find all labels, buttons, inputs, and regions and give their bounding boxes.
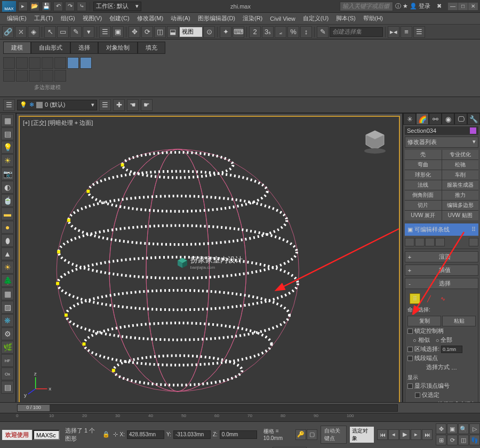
- ribbon-tab-populate[interactable]: 填充: [138, 42, 165, 54]
- lt-list-icon[interactable]: ▤: [1, 381, 14, 394]
- play-icon[interactable]: ▶: [399, 429, 410, 440]
- zoom-all-icon[interactable]: ⊞: [436, 435, 446, 445]
- menu-custom[interactable]: 自定义(U): [299, 13, 332, 24]
- paint-select-icon[interactable]: ✎: [70, 26, 82, 38]
- mod-push[interactable]: 推力: [442, 190, 479, 200]
- tab-utility[interactable]: 🔧: [467, 113, 480, 125]
- undo-icon[interactable]: ↶: [53, 2, 63, 11]
- edit-ns-icon[interactable]: ✎: [317, 26, 329, 38]
- search-input[interactable]: 输入关键字或后缀: [340, 2, 393, 11]
- menu-edit[interactable]: 编辑(E): [3, 13, 30, 24]
- tab-motion[interactable]: ◉: [442, 113, 454, 125]
- layer-new-icon[interactable]: ☰: [99, 99, 111, 111]
- menu-tools[interactable]: 工具(T): [30, 13, 57, 24]
- lock-sel-icon[interactable]: 🔒: [102, 431, 110, 438]
- anglesnap-icon[interactable]: ⦟: [275, 26, 286, 38]
- rollout-render[interactable]: +渲染: [405, 251, 478, 262]
- login-link[interactable]: 登录: [419, 2, 430, 10]
- rotate-icon[interactable]: ⟳: [141, 26, 153, 38]
- zoom-icon[interactable]: 🔍: [458, 423, 469, 434]
- layer-hl-icon[interactable]: ☛: [141, 99, 153, 111]
- show-vertnum-check[interactable]: [407, 383, 413, 389]
- lock-handles-check[interactable]: [407, 329, 413, 334]
- percentsnap-icon[interactable]: %: [287, 26, 299, 38]
- lt-ox-icon[interactable]: Ox: [1, 367, 14, 380]
- auto-key-button[interactable]: 自动关键点: [321, 426, 347, 444]
- menu-civil[interactable]: Civil View: [266, 14, 299, 23]
- placement-icon[interactable]: ⬓: [167, 26, 179, 38]
- orbit-icon[interactable]: ⟳: [447, 435, 458, 445]
- open-icon[interactable]: 📂: [30, 2, 39, 11]
- center-icon[interactable]: ⊙: [203, 26, 215, 38]
- ribbon-tab-select[interactable]: 选择: [70, 42, 98, 54]
- user-icon[interactable]: 👤: [410, 3, 417, 10]
- rp-btn[interactable]: [54, 57, 66, 69]
- coord-x-input[interactable]: [127, 430, 164, 439]
- modifier-list-dropdown[interactable]: 修改器列表▾: [405, 137, 478, 148]
- rect-select-icon[interactable]: ▭: [57, 26, 69, 38]
- filter-icon[interactable]: ▾: [83, 26, 94, 38]
- lt-select-icon[interactable]: ▦: [1, 114, 14, 127]
- tab-modify[interactable]: 🌈: [416, 113, 429, 125]
- rp-btn[interactable]: [54, 70, 66, 82]
- object-name-field[interactable]: Section034: [407, 127, 436, 134]
- pan-icon[interactable]: ✥: [436, 423, 446, 434]
- box-icon[interactable]: ▢: [307, 429, 317, 440]
- rp-btn[interactable]: [16, 57, 28, 69]
- menu-render[interactable]: 渲染(R): [239, 13, 266, 24]
- prev-frame-icon[interactable]: ◂: [388, 429, 399, 440]
- spinnersnap-icon[interactable]: ↕: [300, 26, 312, 38]
- fov-icon[interactable]: ▷: [469, 423, 480, 434]
- move-icon[interactable]: ✥: [129, 26, 140, 38]
- mod-lathe[interactable]: 车削: [442, 170, 479, 180]
- ref-system-dropdown[interactable]: 视图: [180, 27, 202, 37]
- unlink-icon[interactable]: ⤫: [15, 26, 27, 38]
- bind-icon[interactable]: ◈: [28, 26, 39, 38]
- rp-btn[interactable]: [29, 57, 41, 69]
- lt-grid1-icon[interactable]: ▦: [1, 287, 14, 300]
- menu-help[interactable]: 帮助(H): [359, 13, 387, 24]
- lt-display-icon[interactable]: ▤: [1, 127, 14, 140]
- maximize-icon[interactable]: □: [458, 3, 468, 10]
- menu-graph[interactable]: 图形编辑器(D): [194, 13, 239, 24]
- unique-icon[interactable]: [425, 238, 435, 246]
- time-slider-handle[interactable]: 0 / 100: [18, 405, 50, 411]
- mod-bend[interactable]: 弯曲: [405, 160, 442, 170]
- mod-shell[interactable]: 壳: [405, 150, 442, 159]
- goto-start-icon[interactable]: ⏮: [377, 429, 388, 440]
- info-icon[interactable]: ⓘ: [395, 2, 401, 10]
- lt-gear-icon[interactable]: ⚙: [1, 327, 14, 340]
- minimize-icon[interactable]: —: [448, 3, 458, 10]
- ribbon-tab-model[interactable]: 建模: [3, 42, 31, 54]
- show-end-icon[interactable]: [415, 238, 425, 246]
- paste-button[interactable]: 粘贴: [442, 316, 476, 326]
- lt-sun-icon[interactable]: ☀: [1, 261, 14, 274]
- rollout-selection[interactable]: -选择: [405, 278, 478, 289]
- key-mode-dropdown[interactable]: 选定对象: [350, 427, 374, 443]
- viewport[interactable]: [+] [正交] [明暗处理 + 边面] x z y: [16, 113, 403, 412]
- menu-modifier[interactable]: 修改器(M): [133, 13, 167, 24]
- lt-light2-icon[interactable]: ☀: [1, 154, 14, 167]
- mod-prooptim[interactable]: 专业优化: [442, 150, 479, 159]
- rollout-interp[interactable]: +插值: [405, 265, 478, 276]
- max-vp-icon[interactable]: ◫: [458, 435, 469, 445]
- x-icon[interactable]: ✖: [437, 3, 442, 10]
- ribbon-tab-freeform[interactable]: 自由形式: [31, 42, 70, 54]
- manip-icon[interactable]: ✦: [220, 26, 231, 38]
- coord-z-input[interactable]: [220, 430, 257, 439]
- layer-dropdown[interactable]: 💡 ❄ 0 (默认) ▾: [17, 100, 97, 110]
- lt-hf-icon[interactable]: HF: [1, 354, 14, 367]
- link-icon[interactable]: ⤷: [77, 2, 86, 11]
- area-sel-spinner[interactable]: [441, 346, 462, 353]
- menu-create[interactable]: 创建(C): [106, 13, 133, 24]
- modifier-stack[interactable]: ▣可编辑样条线⠿: [405, 223, 478, 236]
- menu-script[interactable]: 脚本(S): [332, 13, 359, 24]
- next-frame-icon[interactable]: ▸: [411, 429, 421, 440]
- lt-blob-icon[interactable]: ❋: [1, 314, 14, 327]
- spline-subobj-icon[interactable]: ∿: [437, 293, 448, 304]
- rp-btn-active[interactable]: [80, 57, 92, 69]
- rp-btn[interactable]: [42, 57, 53, 69]
- lt-grid2-icon[interactable]: ▨: [1, 301, 14, 314]
- mod-normal[interactable]: 法线: [405, 180, 442, 190]
- rp-btn[interactable]: [16, 70, 28, 82]
